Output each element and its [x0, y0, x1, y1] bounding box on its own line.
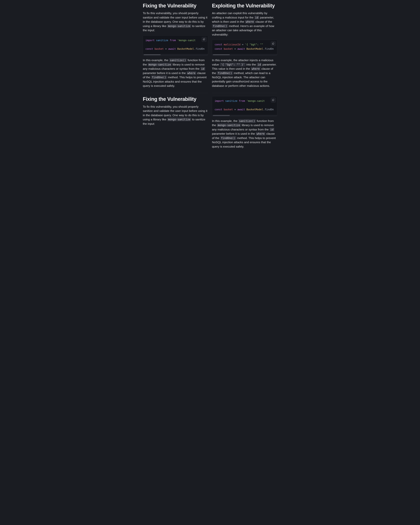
text: clause of the	[255, 20, 272, 23]
code-inline-where: where	[251, 67, 261, 71]
code-content: import sanitize from 'mongo-sanit const …	[143, 36, 208, 54]
code-inline-where: where	[245, 20, 255, 24]
code-inline-id: id	[200, 67, 205, 71]
svg-rect-0	[204, 38, 205, 40]
code-inline-id: id	[254, 16, 259, 19]
code-inline-mongo-sanitize: mongo-sanitize	[167, 118, 191, 121]
fixing-1-intro: To fix this vulnerability, you should pr…	[143, 11, 208, 32]
code-inline-where: where	[187, 71, 196, 75]
code-inline-findone: findOne()	[151, 75, 167, 79]
horizontal-scrollbar[interactable]	[212, 54, 277, 56]
heading-exploiting: Exploiting the Vulnerability	[212, 3, 277, 9]
heading-fixing-2: Fixing the Vulnerability	[143, 96, 208, 102]
code-inline-mongo-sanitize: mongo-sanitize	[148, 63, 172, 66]
scrollbar-thumb[interactable]	[213, 115, 230, 116]
heading-fixing-1: Fixing the Vulnerability	[143, 3, 208, 9]
copy-button[interactable]	[202, 37, 206, 42]
code-inline-where: where	[256, 132, 265, 136]
code-block-fixing-right: import sanitize from 'mongo-sanit const …	[212, 96, 277, 116]
code-inline-sanitize-fn: sanitize()	[238, 119, 256, 123]
text: parameter before it is used in the	[212, 132, 256, 135]
fixing-right-explain: In this example, the sanitize() function…	[212, 119, 277, 149]
exploiting-intro: An attacker can exploit this vulnerabili…	[212, 11, 277, 37]
code-content: import sanitize from 'mongo-sanit const …	[212, 96, 277, 115]
code-inline-id: id	[257, 63, 262, 66]
code-inline-mongo-sanitize: mongo-sanitize	[167, 24, 191, 28]
horizontal-scrollbar[interactable]	[143, 54, 208, 56]
code-inline-findone: findOne()	[217, 71, 233, 75]
code-inline-sanitize-fn: sanitize()	[169, 58, 187, 62]
text: In this example, the	[143, 58, 169, 62]
copy-button[interactable]	[271, 98, 276, 103]
right-column: Exploiting the Vulnerability An attacker…	[212, 2, 277, 151]
scrollbar-thumb[interactable]	[213, 54, 230, 55]
exploiting-explain: In this example, the attacker injects a …	[212, 58, 277, 88]
scrollbar-thumb[interactable]	[144, 54, 161, 55]
svg-rect-1	[273, 43, 274, 44]
code-inline-malicious-value: '{ "$gt": "" }'	[220, 63, 246, 66]
text: into the	[246, 63, 257, 66]
clipboard-icon	[203, 38, 205, 41]
code-inline-id: id	[270, 128, 274, 131]
horizontal-scrollbar[interactable]	[212, 115, 277, 116]
svg-rect-2	[273, 99, 274, 101]
code-inline-findone: findOne()	[212, 24, 228, 28]
code-block-exploiting: const maliciousId = '{ "$gt": "" const b…	[212, 40, 277, 56]
clipboard-icon	[272, 99, 275, 102]
text: In this example, the	[212, 119, 238, 122]
code-inline-findone: findOne()	[220, 136, 236, 140]
left-column: Fixing the Vulnerability To fix this vul…	[143, 2, 208, 151]
text: parameter before it is used in the	[143, 71, 187, 75]
copy-button[interactable]	[271, 41, 276, 46]
clipboard-icon	[272, 42, 275, 45]
fixing-1-explain: In this example, the sanitize() function…	[143, 58, 208, 88]
code-inline-mongo-sanitize: mongo-sanitize	[217, 123, 241, 127]
code-block-fixing-1: import sanitize from 'mongo-sanit const …	[143, 36, 208, 56]
code-content: const maliciousId = '{ "$gt": "" const b…	[212, 40, 277, 54]
fixing-2-intro: To fix this vulnerability, you should pr…	[143, 104, 208, 126]
